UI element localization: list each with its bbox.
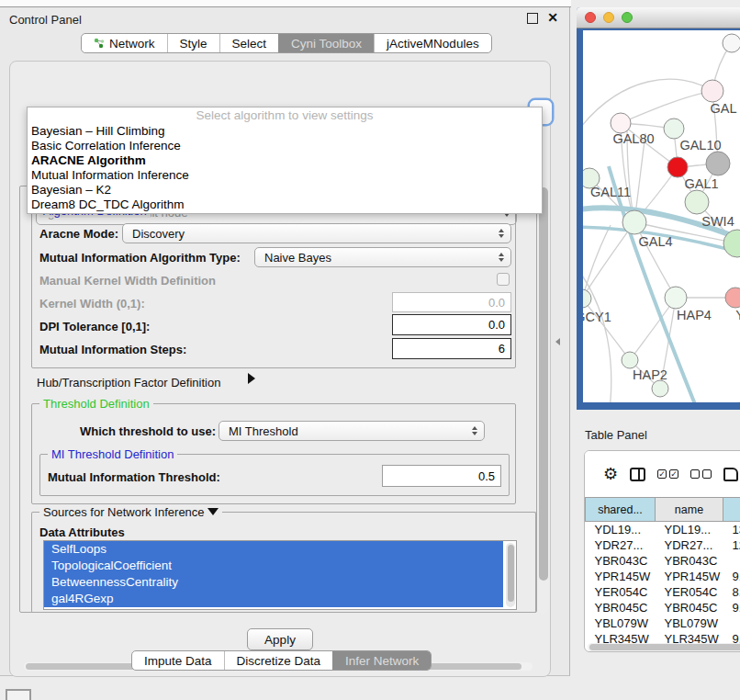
column-header-shared-name[interactable]: shared... [586,498,656,522]
table-cell: YER054C [656,584,723,600]
aracne-mode-combo[interactable]: Discovery [122,223,511,243]
data-attributes-list[interactable]: SelfLoops TopologicalCoefficient Between… [43,540,517,610]
hub-definition-label: Hub/Transcription Factor Definition [37,376,220,390]
tab-impute-data[interactable]: Impute Data [132,651,224,670]
tab-cyni-toolbox[interactable]: Cyni Toolbox [278,34,374,52]
table-hscrollbar[interactable] [588,643,740,651]
network-node-label: GCY1 [583,310,611,324]
network-node[interactable] [583,289,591,308]
network-node[interactable] [723,34,740,52]
network-node[interactable] [725,288,740,308]
network-node[interactable] [664,119,684,139]
table-cell: YBR043C [586,553,656,569]
table-cell: 9. [723,600,740,615]
dropdown-option[interactable]: Dream8 DC_TDC Algorithm [28,198,542,212]
network-icon [94,38,105,49]
control-panel-titlebar: Control Panel ✕ [0,7,569,31]
table-cell: YBL079W [586,615,656,631]
tab-discretize-data[interactable]: Discretize Data [224,651,333,670]
network-node-label: HAP4 [677,308,712,322]
tab-style[interactable]: Style [167,34,219,52]
table-cell: YDR27... [586,537,656,553]
close-icon[interactable]: ✕ [547,10,558,25]
network-edge [583,222,634,299]
page-icon[interactable] [723,468,738,481]
zoom-traffic-light[interactable] [622,12,633,23]
network-node[interactable] [652,380,668,397]
tab-select[interactable]: Select [219,34,279,52]
tab-network-label: Network [109,37,155,51]
table-cell: YPR145W [586,569,656,584]
mi-algorithm-type-combo[interactable]: Naive Bayes [254,247,511,267]
list-item[interactable]: TopologicalCoefficient [44,558,503,574]
network-node[interactable] [622,210,646,234]
table-row[interactable]: YDL19...YDL19...13 [586,522,740,538]
table-cell: YER054C [586,584,656,600]
network-node[interactable] [701,80,723,102]
dropdown-option[interactable]: Bayesian – K2 [28,183,542,198]
network-node[interactable] [685,190,709,214]
column-header[interactable]: A [723,498,740,522]
network-node[interactable] [706,152,730,175]
tab-jactivemnodules[interactable]: jActiveMNodules [374,34,491,52]
gear-icon[interactable]: ⚙ [603,466,618,482]
manual-kernel-width-label: Manual Kernel Width Definition [39,274,216,288]
list-item[interactable]: BetweennessCentrality [44,574,503,591]
tab-infer-network[interactable]: Infer Network [332,651,431,670]
combo-arrows-icon [499,253,504,263]
mi-threshold-group: MI Threshold Definition Mutual Informati… [39,454,510,496]
apply-button[interactable]: Apply [247,628,313,650]
table-panel-card: ⚙ ✓✓ shared... name A YDL19...YDL19...13… [584,450,740,652]
table-row[interactable]: YBL079WYBL079W [586,615,740,631]
settings-vscrollbar[interactable] [537,186,549,614]
mi-threshold-input[interactable] [382,465,501,487]
float-icon[interactable] [527,13,538,24]
control-panel-title: Control Panel [9,13,82,27]
table-cell: YBL079W [656,615,723,631]
kernel-width-input[interactable] [392,292,511,312]
dropdown-option-selected[interactable]: ARACNE Algorithm [28,153,542,168]
network-canvas[interactable]: GALGAL80GAL10GAL1GAL11SWI4GAL4GCY1HAP4YH… [583,30,740,402]
table-row[interactable]: YDR27...YDR27...12 [586,537,740,553]
expanded-arrow-icon[interactable] [207,508,219,515]
table-row[interactable]: YER054CYER054C8. [586,584,740,600]
panel-splitter-arrow[interactable] [555,338,560,345]
table-row[interactable]: YBR043CYBR043C [586,553,740,569]
mi-steps-input[interactable] [392,338,511,359]
table-cell: YPR145W [656,569,723,584]
manual-kernel-width-checkbox[interactable] [497,273,510,286]
combo-arrows-icon [472,426,477,436]
dpi-tolerance-input[interactable] [392,314,511,335]
table-cell: YDL19... [656,522,723,538]
control-panel-window: Control Panel ✕ Network Style Select Cyn… [0,7,570,676]
split-columns-icon[interactable] [630,468,645,481]
tab-network[interactable]: Network [82,34,167,52]
list-item[interactable]: gal4RGexp [44,591,503,607]
network-window-titlebar[interactable] [577,7,740,28]
table-row[interactable]: YBR045CYBR045C9. [586,600,740,615]
list-scrollbar[interactable] [506,543,515,607]
table-cell: 12 [723,537,740,553]
network-node[interactable] [611,113,631,133]
network-node[interactable] [667,157,688,177]
sources-group: Sources for Network Inference Data Attri… [31,512,536,613]
which-threshold-combo[interactable]: MI Threshold [219,421,485,441]
list-item[interactable]: SelfLoops [44,541,503,558]
dropdown-option[interactable]: Basic Correlation Inference [28,139,542,153]
close-traffic-light[interactable] [585,12,596,23]
unchecked-columns-icon[interactable] [690,469,712,479]
collapsed-arrow-icon[interactable] [248,373,255,384]
dropdown-option[interactable]: Bayesian – Hill Climbing [28,124,542,139]
table-row[interactable]: YPR145WYPR145W9. [586,569,740,584]
dropdown-placeholder: Select algorithm to view settings [28,107,542,124]
network-node-label: GAL11 [590,185,631,199]
dropdown-option[interactable]: Mutual Information Inference [28,168,542,183]
column-header-name[interactable]: name [656,498,723,522]
minimize-traffic-light[interactable] [603,12,614,23]
network-node-label: GAL10 [679,138,721,152]
network-node[interactable] [665,287,687,309]
control-panel-tabbar: Network Style Select Cyni Toolbox jActiv… [81,33,492,53]
network-node[interactable] [622,352,638,368]
checked-columns-icon[interactable]: ✓✓ [657,469,678,479]
top-strip [0,0,571,7]
